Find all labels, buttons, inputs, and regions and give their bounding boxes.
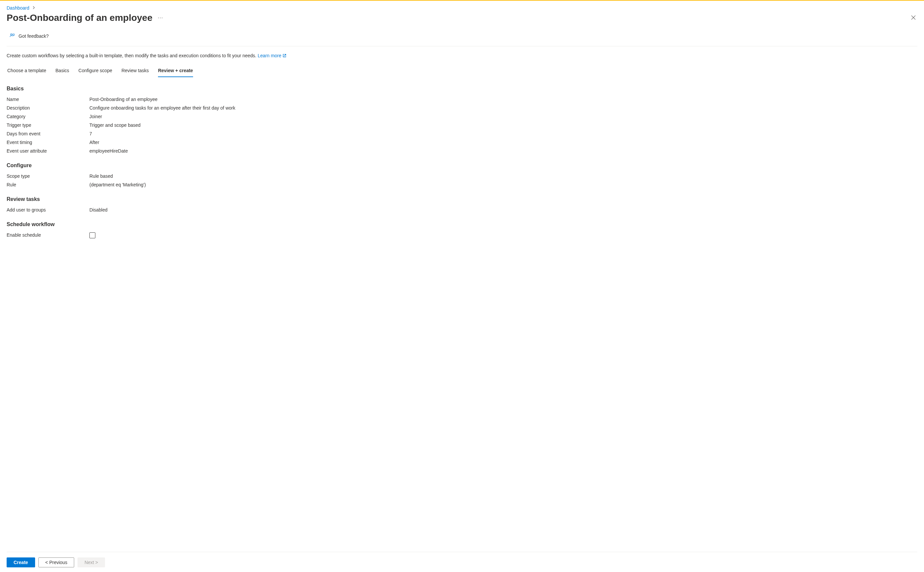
value-add-user-to-groups: Disabled [89, 207, 107, 213]
value-category: Joiner [89, 114, 102, 119]
tab-review-create[interactable]: Review + create [158, 65, 193, 77]
value-trigger-type: Trigger and scope based [89, 123, 140, 128]
section-heading-review-tasks: Review tasks [7, 196, 917, 202]
page-title: Post-Onboarding of an employee [7, 12, 152, 23]
value-rule: (department eq 'Marketing') [89, 182, 146, 187]
section-heading-schedule-workflow: Schedule workflow [7, 221, 917, 227]
label-description: Description [7, 105, 89, 110]
row-trigger-type: Trigger type Trigger and scope based [7, 121, 917, 129]
label-add-user-to-groups: Add user to groups [7, 207, 89, 213]
feedback-link[interactable]: Got feedback? [7, 33, 917, 46]
learn-more-link[interactable]: Learn more [258, 53, 286, 58]
tab-configure-scope[interactable]: Configure scope [78, 65, 112, 77]
label-enable-schedule: Enable schedule [7, 232, 89, 239]
label-trigger-type: Trigger type [7, 123, 89, 128]
value-event-user-attribute: employeeHireDate [89, 148, 128, 154]
label-days-from-event: Days from event [7, 131, 89, 136]
title-row: Post-Onboarding of an employee ··· [7, 12, 917, 23]
row-scope-type: Scope type Rule based [7, 172, 917, 180]
next-button: Next > [78, 558, 105, 567]
row-category: Category Joiner [7, 112, 917, 121]
label-event-user-attribute: Event user attribute [7, 148, 89, 154]
section-heading-basics: Basics [7, 86, 917, 92]
row-event-user-attribute: Event user attribute employeeHireDate [7, 147, 917, 155]
tabs: Choose a template Basics Configure scope… [7, 65, 917, 77]
value-description: Configure onboarding tasks for an employ… [89, 105, 235, 110]
label-name: Name [7, 97, 89, 102]
previous-button[interactable]: < Previous [39, 558, 75, 567]
content: Basics Name Post-Onboarding of an employ… [7, 86, 917, 552]
breadcrumb-dashboard-link[interactable]: Dashboard [7, 5, 30, 11]
label-category: Category [7, 114, 89, 119]
breadcrumb: Dashboard [7, 5, 917, 11]
intro-text-content: Create custom workflows by selecting a b… [7, 53, 258, 58]
intro-text: Create custom workflows by selecting a b… [7, 53, 917, 59]
tab-basics[interactable]: Basics [56, 65, 69, 77]
feedback-icon [9, 33, 15, 39]
footer: Create < Previous Next > [7, 552, 917, 572]
value-name: Post-Onboarding of an employee [89, 97, 157, 102]
tab-review-tasks[interactable]: Review tasks [121, 65, 149, 77]
label-scope-type: Scope type [7, 173, 89, 179]
close-button[interactable] [909, 14, 917, 23]
value-scope-type: Rule based [89, 173, 113, 179]
label-rule: Rule [7, 182, 89, 187]
label-event-timing: Event timing [7, 140, 89, 145]
row-rule: Rule (department eq 'Marketing') [7, 180, 917, 189]
feedback-text: Got feedback? [19, 33, 49, 39]
svg-point-0 [11, 34, 12, 36]
row-enable-schedule: Enable schedule [7, 231, 917, 241]
value-days-from-event: 7 [89, 131, 92, 136]
row-event-timing: Event timing After [7, 138, 917, 147]
close-icon [911, 15, 916, 20]
external-link-icon [283, 53, 286, 59]
enable-schedule-checkbox[interactable] [89, 232, 95, 238]
more-options-icon[interactable]: ··· [158, 15, 163, 21]
row-description: Description Configure onboarding tasks f… [7, 104, 917, 112]
create-button[interactable]: Create [7, 558, 35, 567]
row-days-from-event: Days from event 7 [7, 129, 917, 138]
value-event-timing: After [89, 140, 100, 145]
row-add-user-to-groups: Add user to groups Disabled [7, 205, 917, 214]
tab-choose-template[interactable]: Choose a template [7, 65, 47, 77]
chevron-right-icon [32, 6, 36, 10]
row-name: Name Post-Onboarding of an employee [7, 95, 917, 104]
section-heading-configure: Configure [7, 163, 917, 168]
